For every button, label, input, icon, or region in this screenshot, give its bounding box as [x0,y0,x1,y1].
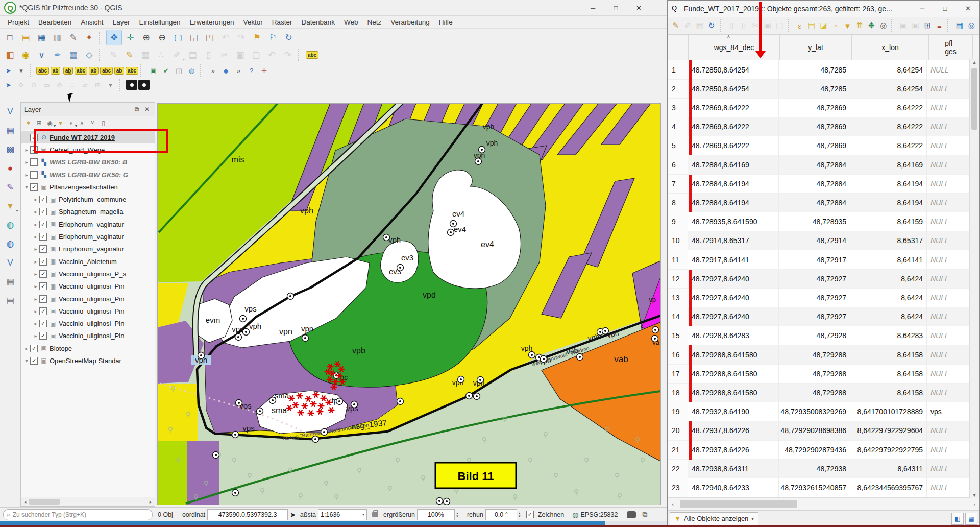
cell-wgs84[interactable]: 48.72850,8.64254 [688,80,779,99]
expander-icon[interactable]: ▸ [23,172,30,178]
paste-icon[interactable]: ▢ [774,19,785,32]
row-number[interactable]: 9 [668,212,688,231]
maximize-button[interactable]: □ [934,1,957,17]
snapping-icon[interactable]: ● [3,161,18,176]
column-header-xlon[interactable]: x_lon [852,35,929,60]
table-row-21[interactable]: 2148.72937,8.6422648,72929028794368,6422… [668,441,979,460]
cell-pflges[interactable]: NULL [927,421,970,440]
layout-manager-icon[interactable]: ✎ [66,30,81,45]
cell-ylat[interactable]: 48,72927 [779,307,850,326]
table-row-17[interactable]: 1748.729288,8.64158048,7292888,64158NULL [668,365,979,384]
table-row-6[interactable]: 648.72884,8.6416948,728848,64169NULL [668,155,979,174]
row-number[interactable]: 6 [668,155,688,174]
style-manager-icon[interactable]: ✦ [82,30,96,45]
scroll-left-icon[interactable]: ‹ [668,501,678,507]
cell-xlon[interactable]: 8,64158 [850,345,927,364]
expander-icon[interactable]: ▸ [32,209,39,214]
vertex-edit-3-icon[interactable]: ⊚ [54,79,65,91]
more-2-icon[interactable]: » [233,65,244,77]
vertex-edit-4-icon[interactable]: ∴ [66,79,78,91]
show-all-features-button[interactable]: ▼ Alle Objekte anzeigen ▾ [670,512,758,525]
menu-bearbeiten[interactable]: Bearbeiten [34,17,76,27]
table-row-8[interactable]: 848.72884,8.6419448,728848,64194NULL [668,194,979,212]
row-number[interactable]: 22 [668,460,688,478]
cell-pflges[interactable]: NULL [927,212,970,231]
layer-visibility-checkbox[interactable]: ✓ [30,183,38,191]
deselect-all-icon[interactable]: ✥ [15,79,27,91]
more-1-icon[interactable]: » [207,65,219,77]
cell-wgs84[interactable]: 48.72927,8.64240 [688,307,779,326]
table-hscrollbar[interactable]: ‹ › [668,497,979,510]
layer-visibility-checkbox[interactable]: ✓ [30,357,38,365]
modify-attributes-icon[interactable]: ▤ [185,47,200,62]
row-number[interactable]: 15 [668,326,688,345]
table-row-13[interactable]: 1348.72927,8.6424048,729278,6424NULL [668,289,979,307]
layer-visibility-checkbox[interactable]: ✓ [39,208,47,215]
layer-labeling-icon[interactable]: abc [305,47,320,62]
menu-hilfe[interactable]: Hilfe [434,17,457,27]
vertex-edit-5-icon[interactable]: ▱ [79,79,91,91]
row-number[interactable]: 1 [668,60,688,79]
row-number[interactable]: 11 [668,250,688,269]
copy-features-icon[interactable]: ▣ [233,47,248,62]
add-virtual-layer-icon[interactable]: ◇ [82,47,96,62]
move-selection-top-icon[interactable]: ⇈ [854,19,865,32]
layer-visibility-checkbox[interactable]: ✓ [39,270,47,278]
cell-xlon[interactable]: 8,642297922922795 [850,441,927,460]
metasearch-icon[interactable]: ◍ [186,65,198,77]
cell-wgs84[interactable]: 48.72869,8.64222 [688,117,779,136]
cut-icon[interactable]: ✂ [750,19,761,32]
messages-icon[interactable] [627,511,636,518]
filter-tool-icon[interactable]: ▼▾ [3,199,18,213]
table-row-12[interactable]: 1248.72927,8.6424048,729278,6424NULL [668,270,979,289]
processing-circle-icon[interactable]: ◍ [3,218,18,232]
expander-icon[interactable]: ▸ [23,346,30,351]
expander-icon[interactable]: ▾ [23,184,30,190]
layer-visibility-checkbox[interactable] [30,171,38,179]
label-show-hide-icon[interactable]: abc [126,65,138,77]
current-edits-icon[interactable]: ✎ [106,47,121,62]
delete-feature-icon[interactable]: ▯ [738,19,749,32]
layer-item-vaccinio-uliginosi-pin[interactable]: ▸✓▣Vaccinio_uliginosi_Pin [21,305,155,317]
table-row-7[interactable]: 748.72884,8.6419448,728848,64194NULL [668,175,979,194]
save-project-icon[interactable]: ▦ [34,30,49,45]
layer-item-funde-wt-2017-2019[interactable]: ✓⊙Funde WT 2017 2019 [21,131,155,143]
layer-visibility-checkbox[interactable]: ✓ [39,245,47,253]
pan-to-selection-icon[interactable]: ✥ [866,19,877,32]
cell-wgs84[interactable]: 48.72937,8.64226 [688,421,779,440]
cell-ylat[interactable]: 48,7292902879436 [779,441,850,460]
cell-wgs84[interactable]: 48.729288,8.641580 [688,384,779,402]
layer-visibility-checkbox[interactable]: ✓ [39,258,47,266]
show-bookmarks-icon[interactable]: ⚐ [265,30,280,45]
menu-einstellungen[interactable]: Einstellungen [134,17,185,27]
cell-ylat[interactable]: 48,72869 [779,136,850,155]
open-layer-styling-icon[interactable]: ✶ [23,118,34,129]
cell-wgs84[interactable]: 48.72937,8.64226 [688,441,779,460]
menu-ansicht[interactable]: Ansicht [76,17,108,27]
coordinate-input[interactable]: 473590.0,5397392.3 [207,509,288,520]
redo-icon[interactable]: ↷ [280,47,295,62]
cell-pflges[interactable]: NULL [927,384,970,402]
cell-ylat[interactable]: 48,72884 [779,194,850,212]
cell-ylat[interactable]: 48,72938 [779,460,850,478]
close-button[interactable]: ✕ [957,1,979,17]
cell-pflges[interactable]: NULL [927,175,970,194]
add-feature-icon[interactable]: ▯ [726,19,737,32]
table-row-16[interactable]: 1648.729288,8.64158048,7292888,64158NULL [668,345,979,364]
deselect-all-icon[interactable]: ▫ [830,19,841,32]
new-bookmark-icon[interactable]: ⚑ [250,30,264,45]
vertex-tool-icon[interactable]: ✐▾ [169,47,184,62]
scroll-right-icon[interactable]: › [969,501,979,507]
layer-item-vaccinio-uliginosi-pin[interactable]: ▸✓▣Vaccinio_uliginosi_Pin [21,293,155,305]
vertex-dropdown-icon[interactable]: ▾ [105,79,116,91]
cell-xlon[interactable]: 8,64158 [850,384,927,402]
layer-item-pflanzengesellschaften[interactable]: ▾✓▣Pflanzengesellschaften [21,181,155,193]
zoom-out-icon[interactable]: ⊖ [155,30,169,45]
save-edits-icon[interactable]: ▦ [138,47,153,62]
table-row-1[interactable]: 148.72850,8.6425448,72858,64254NULL [668,60,979,79]
expander-icon[interactable]: ▸ [32,259,39,265]
form-view-toggle[interactable]: ◧ [951,513,964,525]
menu-layer[interactable]: Layer [108,17,135,27]
table-grid-icon[interactable]: ▤ [3,293,18,308]
layer-visibility-checkbox[interactable]: ✓ [39,282,47,290]
